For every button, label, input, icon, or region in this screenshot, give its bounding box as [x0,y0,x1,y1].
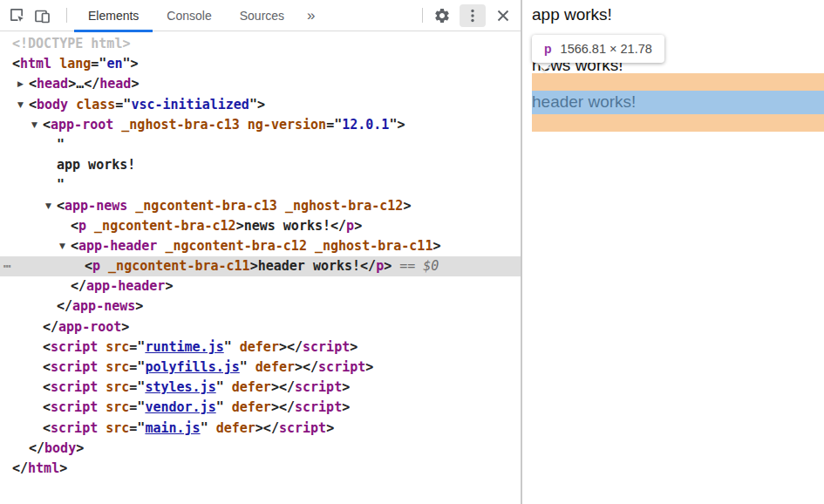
disclosure-arrow-icon[interactable]: ▼ [45,196,51,216]
dom-tree-row[interactable]: <html lang="en"> [0,54,521,74]
tooltip-dimensions: 1566.81 × 21.78 [561,42,652,56]
dom-tree-row[interactable]: <script src="vendor.js" defer></script> [0,398,521,418]
inspect-element-icon[interactable] [5,3,30,28]
dom-tree-row[interactable]: </body> [0,439,521,459]
more-tabs-icon[interactable]: » [298,7,323,24]
dom-tree-row[interactable]: </app-header> [0,276,521,296]
dom-tree-row[interactable]: ⋯<p _ngcontent-bra-c11>header works!</p>… [0,256,521,276]
dom-tree-row[interactable]: app works! [0,155,521,175]
disclosure-arrow-icon[interactable]: ▼ [31,115,37,135]
dom-tree-row[interactable]: <script src="polyfills.js" defer></scrip… [0,358,521,378]
dom-tree-row[interactable]: <script src="main.js" defer></script> [0,419,521,439]
dom-tree-row[interactable]: ▼<app-root _nghost-bra-c13 ng-version="1… [0,115,521,135]
disclosure-arrow-icon[interactable]: ▼ [17,95,24,115]
toolbar-divider [66,8,67,23]
dom-tree-row[interactable]: ▶<head>…</head> [0,74,521,94]
disclosure-arrow-icon[interactable]: ▼ [59,236,65,256]
toolbar-divider [422,8,423,23]
tab-console[interactable]: Console [153,0,225,31]
close-icon[interactable] [491,3,515,28]
dom-tree-row[interactable]: " [0,135,521,155]
dom-tree: <!DOCTYPE html><html lang="en">▶<head>…<… [0,31,521,479]
device-toolbar-icon[interactable] [30,3,54,28]
inspected-page: app works! news works! header works! p 1… [522,0,824,504]
margin-highlight-bottom [532,114,824,132]
devtools-toolbar: ElementsConsoleSources » [0,0,521,31]
margin-highlight-top [532,73,824,91]
settings-gear-icon[interactable] [430,3,454,28]
dom-tree-row[interactable]: </html> [0,459,521,479]
devtools-tabs: ElementsConsoleSources [74,0,298,31]
devtools-panel: ElementsConsoleSources » [0,0,521,504]
dom-tree-row[interactable]: ▼<body class="vsc-initialized"> [0,95,521,115]
disclosure-arrow-icon[interactable]: ▶ [17,74,24,94]
element-dimensions-tooltip: p 1566.81 × 21.78 [532,35,664,63]
screenshot-stage: ElementsConsoleSources » [0,0,824,504]
dom-tree-row[interactable]: <!DOCTYPE html> [0,34,521,54]
app-works-text: app works! [532,5,612,24]
dom-tree-row[interactable]: <p _ngcontent-bra-c12>news works!</p> [0,216,521,236]
tab-elements[interactable]: Elements [74,0,153,31]
dom-tree-row[interactable]: " [0,175,521,195]
kebab-menu-icon[interactable] [460,4,486,27]
overflow-dots[interactable]: ⋯ [3,256,12,276]
dom-tree-row[interactable]: <script src="styles.js" defer></script> [0,378,521,398]
dom-tree-row[interactable]: </app-root> [0,317,521,337]
dom-tree-row[interactable]: ▼<app-news _ngcontent-bra-c13 _nghost-br… [0,196,521,216]
content-highlight [532,91,824,114]
tooltip-tag-name: p [544,42,552,56]
dom-tree-row[interactable]: ▼<app-header _ngcontent-bra-c12 _nghost-… [0,236,521,256]
dom-tree-row[interactable]: <script src="runtime.js" defer></script> [0,337,521,358]
dom-tree-row[interactable]: </app-news> [0,296,521,317]
tab-sources[interactable]: Sources [226,0,298,31]
